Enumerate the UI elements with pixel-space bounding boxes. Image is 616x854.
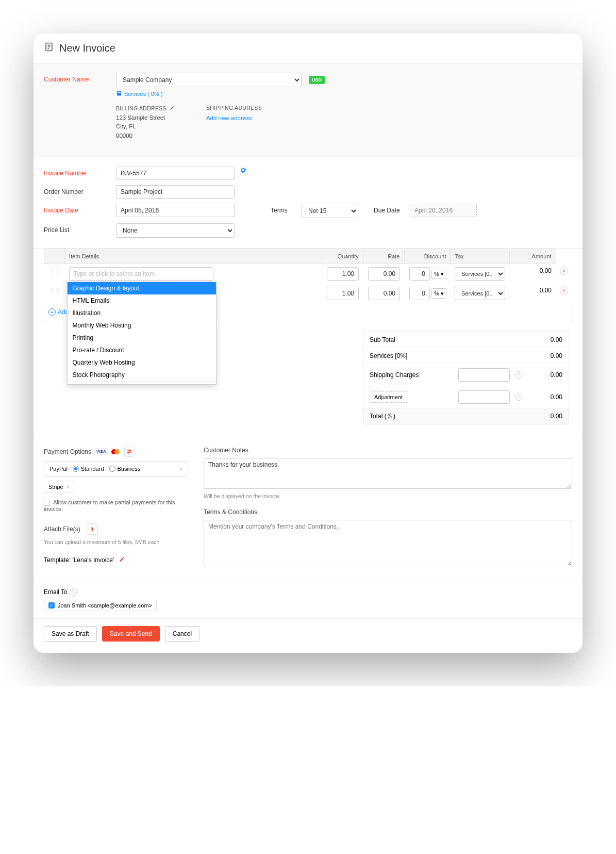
col-rate: Rate (363, 249, 404, 264)
add-new-item-link[interactable]: +Add New Item (68, 381, 216, 385)
invoice-icon (44, 42, 59, 55)
qty-input[interactable] (327, 287, 359, 300)
invoice-number-settings-icon[interactable] (240, 167, 247, 176)
item-dropdown: Graphic Design & layout HTML Emails Illu… (67, 282, 217, 385)
svg-rect-1 (117, 91, 121, 96)
save-send-button[interactable]: Save and Send (102, 626, 160, 642)
plus-icon: + (48, 308, 56, 316)
edit-template-icon[interactable] (119, 556, 125, 564)
svg-rect-2 (118, 92, 121, 93)
info-icon[interactable]: ? (515, 393, 522, 401)
terms-textarea[interactable] (204, 520, 572, 566)
terms-select[interactable]: Net 15 (302, 204, 358, 218)
delete-row-icon[interactable]: ✕ (560, 287, 568, 295)
payment-settings-icon[interactable] (124, 447, 135, 457)
adjustment-value: 0.00 (526, 393, 562, 401)
billing-line1: 123 Sample Street (116, 113, 175, 122)
attach-files-title: Attach File(s) (44, 525, 80, 533)
card-icons: VISA (94, 448, 121, 455)
col-discount: Discount (404, 249, 451, 264)
services-link[interactable]: Services ( 0% ) (116, 90, 325, 97)
services-tax-label: Services [0%] (370, 352, 526, 359)
item-option[interactable]: HTML Emails (68, 294, 216, 307)
customer-select[interactable]: Sample Company (116, 73, 302, 87)
item-option[interactable]: Monthly Web Hosting (68, 319, 216, 332)
item-option[interactable]: Pro-rate / Discount (68, 344, 216, 356)
checkbox-checked-icon[interactable]: ✓ (48, 602, 55, 609)
currency-badge: USD (309, 76, 325, 84)
attach-file-button[interactable] (87, 523, 98, 535)
shipping-input[interactable] (458, 368, 510, 382)
rate-input[interactable] (368, 267, 400, 281)
shipping-label: Shipping Charges (370, 371, 458, 379)
shipping-value: 0.00 (526, 371, 562, 379)
drag-handle-icon[interactable]: ⋮⋮ (44, 284, 65, 303)
qty-input[interactable] (327, 267, 359, 281)
billing-line2: City, FL (116, 122, 175, 131)
due-date-input[interactable] (410, 204, 477, 217)
remove-paypal-icon[interactable]: × (179, 466, 182, 472)
item-option[interactable]: Printing (68, 332, 216, 344)
cancel-button[interactable]: Cancel (165, 626, 199, 642)
payment-options-title: Payment Options (44, 448, 91, 455)
invoice-number-input[interactable] (116, 167, 235, 180)
email-recipient-chip[interactable]: ✓ Joan Smith <sample@example.com> (44, 600, 157, 611)
add-shipping-link[interactable]: Add new address (206, 115, 252, 121)
discount-input[interactable] (409, 267, 430, 281)
plus-icon: + (73, 384, 76, 385)
amount-cell: 0.00 (509, 264, 556, 284)
terms-title: Terms & Conditions (204, 508, 572, 516)
delete-row-icon[interactable]: ✕ (560, 267, 568, 275)
due-date-label: Due Date (374, 204, 410, 214)
discount-unit-toggle[interactable]: % ▾ (431, 288, 446, 299)
subtotal-value: 0.00 (526, 336, 562, 343)
discount-input[interactable] (409, 287, 430, 300)
price-list-select[interactable]: None (116, 223, 235, 238)
info-icon[interactable]: ? (70, 588, 77, 596)
item-select-input[interactable] (69, 267, 213, 281)
customer-notes-title: Customer Notes (204, 447, 572, 454)
attach-hint: You can upload a maximum of 5 files, 5MB… (44, 539, 188, 545)
notes-hint: Will be displayed on the invoice (204, 493, 572, 499)
col-item-details: Item Details (65, 249, 322, 264)
customer-name-label: Customer Name (44, 73, 116, 83)
billing-address-title: BILLING ADDRESS (116, 105, 167, 111)
stripe-chip: Stripe × (44, 481, 74, 493)
item-option[interactable]: Illustration (68, 307, 216, 319)
item-option[interactable]: Graphic Design & layout (68, 282, 216, 294)
amount-cell: 0.00 (509, 284, 556, 303)
services-tax-value: 0.00 (526, 352, 562, 359)
drag-handle-icon[interactable]: ⋮⋮ (44, 264, 65, 284)
info-icon[interactable]: ? (515, 371, 522, 379)
email-to-label: Email To (44, 588, 68, 596)
save-draft-button[interactable]: Save as Draft (44, 626, 97, 642)
rate-input[interactable] (368, 287, 400, 300)
calculator-icon (116, 90, 122, 97)
discount-unit-toggle[interactable]: % ▾ (431, 269, 446, 279)
customer-notes-textarea[interactable] (204, 458, 572, 489)
tax-select[interactable]: Services [0... (455, 267, 505, 281)
template-value: 'Lena's Invoice' (72, 556, 114, 564)
edit-billing-icon[interactable] (170, 105, 175, 111)
partial-payment-checkbox[interactable] (44, 500, 50, 506)
page-title: New Invoice (59, 42, 115, 54)
price-list-label: Price List (44, 223, 116, 234)
total-label: Total ( $ ) (370, 413, 526, 420)
remove-stripe-icon[interactable]: × (66, 484, 70, 490)
col-quantity: Quantity (322, 249, 363, 264)
paypal-business-radio[interactable]: Business (109, 466, 141, 472)
shipping-address-title: SHIPPING ADDRESS (206, 105, 262, 111)
col-amount: Amount (509, 249, 556, 264)
line-item-row: ⋮⋮ Graphic Design & layout HTML Emails I… (44, 264, 573, 284)
terms-label: Terms (271, 204, 302, 214)
subtotal-label: Sub Total (370, 336, 526, 343)
tax-select[interactable]: Services [0... (455, 287, 505, 300)
adjustment-label[interactable]: Adjustment (370, 391, 407, 403)
item-option[interactable]: Stock Photography (68, 369, 216, 381)
template-label: Template: (44, 556, 71, 564)
paypal-standard-radio[interactable]: Standard (73, 466, 104, 472)
order-number-input[interactable] (116, 185, 235, 199)
invoice-date-input[interactable] (116, 204, 235, 217)
adjustment-input[interactable] (458, 390, 510, 404)
item-option[interactable]: Quarterly Web Hosting (68, 356, 216, 369)
